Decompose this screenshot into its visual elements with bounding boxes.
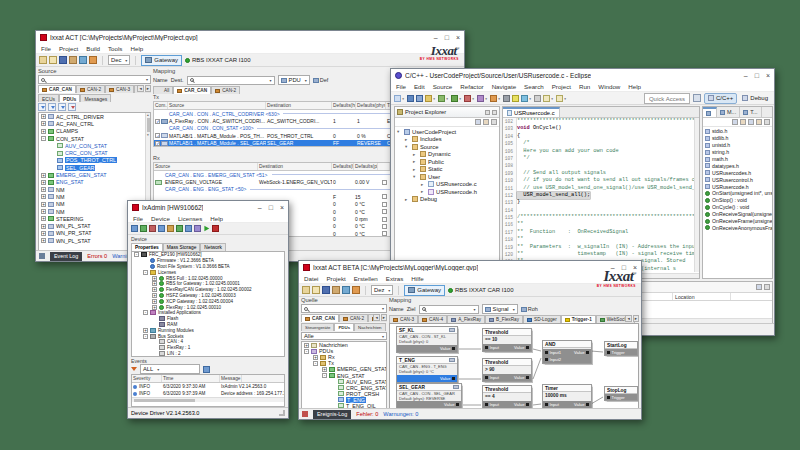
expander-icon[interactable] [313, 355, 318, 360]
code-line[interactable]: 106 Here you can add your own code [503, 148, 699, 155]
bus-tab[interactable]: CAN-2 [339, 314, 368, 322]
expander-icon[interactable] [41, 114, 46, 119]
build-icon[interactable] [89, 56, 97, 64]
tab-scroll-left-icon[interactable]: ◂ [373, 314, 379, 321]
menu-item[interactable]: File [41, 45, 51, 52]
menu-item[interactable]: File [133, 215, 143, 222]
build-icon[interactable] [425, 95, 432, 102]
quick-access-input[interactable]: Quick Access [644, 93, 690, 104]
scan-devices-icon[interactable] [131, 225, 138, 232]
source-view-tab[interactable]: ECUs [38, 94, 59, 102]
link-with-editor-icon[interactable] [483, 119, 489, 125]
expander-icon[interactable] [41, 187, 46, 192]
output-port-icon[interactable] [526, 403, 529, 406]
row-checkbox[interactable] [382, 217, 387, 222]
expander-icon[interactable] [41, 238, 46, 243]
mapping-tab[interactable]: B_FlexRay [485, 315, 523, 323]
build-icon[interactable] [352, 286, 360, 294]
tree-item[interactable]: AUV_CON_STAT [39, 142, 145, 149]
code-line[interactable]: 117** Function : OnReceivedSignal [503, 229, 699, 236]
expander-icon[interactable] [41, 224, 46, 229]
explorer-item[interactable]: USRusercode.c [395, 181, 499, 189]
code-line[interactable]: 120** timestamp (IN) - signal receive ti… [503, 251, 699, 258]
code-line[interactable]: 105 /* [503, 140, 699, 147]
expander-icon[interactable] [41, 121, 46, 126]
tree-item[interactable]: ENG_STAT [39, 179, 145, 186]
tree-item[interactable]: CON_STAT [39, 135, 145, 142]
mapping-search-input[interactable]: ▾ [187, 76, 275, 85]
explorer-item[interactable]: Static [395, 166, 499, 174]
maximize-button[interactable]: □ [445, 34, 449, 41]
close-button[interactable]: × [766, 72, 770, 79]
output-port-icon[interactable] [452, 377, 455, 380]
gateway-button[interactable]: Gateway [141, 55, 182, 66]
tree-item[interactable]: LIN : 2 [132, 351, 284, 356]
tab-scroll-left-icon[interactable]: ◂ [137, 85, 143, 92]
code-line[interactable]: 103void OnCycle() [503, 125, 699, 132]
open-element-icon[interactable] [512, 95, 519, 102]
log-icon[interactable] [194, 225, 201, 232]
event-log-tab[interactable]: Event Log [50, 252, 82, 261]
expand-arrow-icon[interactable] [413, 173, 418, 180]
editor-vscrollbar[interactable] [694, 118, 699, 272]
expander-icon[interactable] [304, 343, 309, 348]
network-settings-icon[interactable] [185, 225, 192, 232]
outline-item[interactable]: string.h [703, 149, 772, 156]
column-header[interactable]: Time [162, 375, 220, 382]
row-checkbox[interactable] [382, 231, 387, 236]
expander-icon[interactable] [41, 231, 46, 236]
pdu-select[interactable]: PDU▾ [278, 75, 310, 85]
expander-icon[interactable] [152, 305, 157, 310]
outline-item[interactable]: OnReceiveFrame(unsigned sh [703, 218, 772, 225]
outline-item[interactable]: stdio.h [703, 128, 772, 135]
menu-item[interactable]: Erstellen [354, 275, 378, 282]
titlebar[interactable]: C/C++ - UserCodeProject/Source/User/USRu… [391, 69, 774, 82]
column-header[interactable]: Defaults(hex) [332, 102, 356, 109]
explorer-item[interactable]: User [395, 173, 499, 181]
save-all-icon[interactable] [416, 95, 423, 102]
code-line[interactable]: 109 // Send all output signals [503, 170, 699, 177]
expand-arrow-icon[interactable] [413, 158, 418, 165]
signal-select[interactable]: Signal▾ [482, 304, 518, 314]
search-icon[interactable] [503, 95, 510, 102]
save-icon[interactable] [407, 95, 414, 102]
add-device-icon[interactable] [140, 225, 147, 232]
input-port-icon[interactable] [545, 351, 548, 354]
titlebar[interactable]: Ixxat ACT BETA [C:\MyProjects\MyLogger\M… [299, 261, 641, 274]
expander-icon[interactable] [41, 202, 46, 207]
expander-icon[interactable] [143, 334, 148, 339]
quelle-search-input[interactable]: ▾ [301, 304, 387, 313]
menu-item[interactable]: Project [552, 83, 571, 90]
outline-item[interactable]: OnStart(unsigned int*, unsign [703, 190, 772, 197]
block-sf-kl[interactable]: SF_KL CAR_CAN . CON . ST_KL Default (phy… [396, 326, 458, 353]
expander-icon[interactable] [304, 349, 309, 354]
expander-icon[interactable] [322, 373, 327, 378]
code-line[interactable]: 119** Parameters : w_signalIn (IN) - Add… [503, 244, 699, 251]
expander-icon[interactable] [322, 367, 327, 372]
row-checkbox[interactable] [382, 180, 387, 185]
column-header[interactable]: Defaults(phys) [354, 163, 378, 170]
explorer-item[interactable]: UserCodeProject [395, 128, 499, 136]
tree-item[interactable]: CRC_CON_STAT [39, 149, 145, 156]
minimize-button[interactable]: – [434, 34, 438, 41]
outline-item[interactable]: USRusercodes.h [703, 169, 772, 176]
device-tab[interactable]: Network [200, 243, 226, 251]
expander-icon[interactable] [143, 270, 148, 275]
tab-scroll-left-icon[interactable]: ◂ [625, 315, 631, 322]
debug-perspective-button[interactable]: Debug [739, 93, 771, 104]
code-line[interactable]: 108 [503, 162, 699, 169]
column-header[interactable]: Destination [266, 102, 332, 109]
explorer-item[interactable]: Debug [395, 196, 499, 204]
expander-icon[interactable] [41, 136, 46, 141]
menu-item[interactable]: Projekt [326, 275, 345, 282]
row-checkbox[interactable] [155, 119, 160, 124]
mapping-tab[interactable]: CAN-2 [211, 86, 240, 94]
code-line[interactable]: 107 */ [503, 155, 699, 162]
expander-icon[interactable] [152, 299, 157, 304]
events-hscrollbar[interactable] [132, 397, 284, 402]
bus-tab[interactable]: CAR_CAN [38, 85, 76, 93]
expand-arrow-icon[interactable] [405, 143, 410, 150]
row-checkbox[interactable] [155, 141, 160, 146]
output-port-icon[interactable] [586, 351, 589, 354]
expand-arrow-icon[interactable] [405, 196, 410, 203]
